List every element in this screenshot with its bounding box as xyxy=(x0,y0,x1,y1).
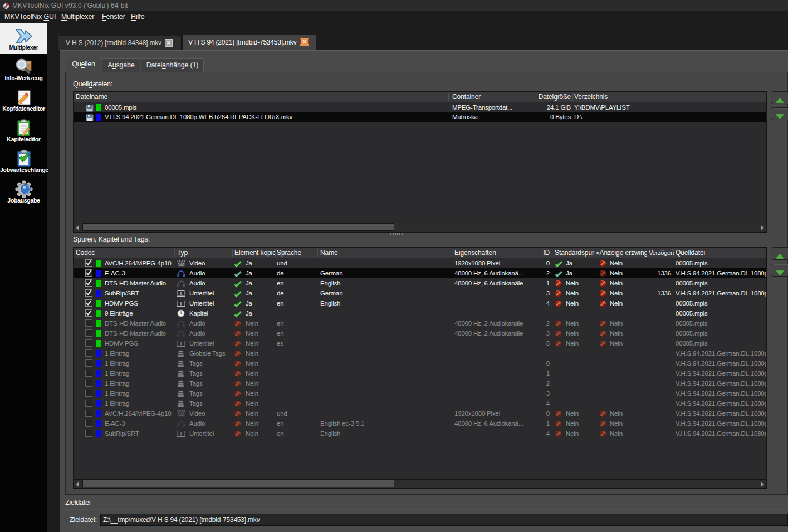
svg-text:2:4: 2:4 xyxy=(180,415,183,417)
svg-text:2:4: 2:4 xyxy=(180,264,183,267)
